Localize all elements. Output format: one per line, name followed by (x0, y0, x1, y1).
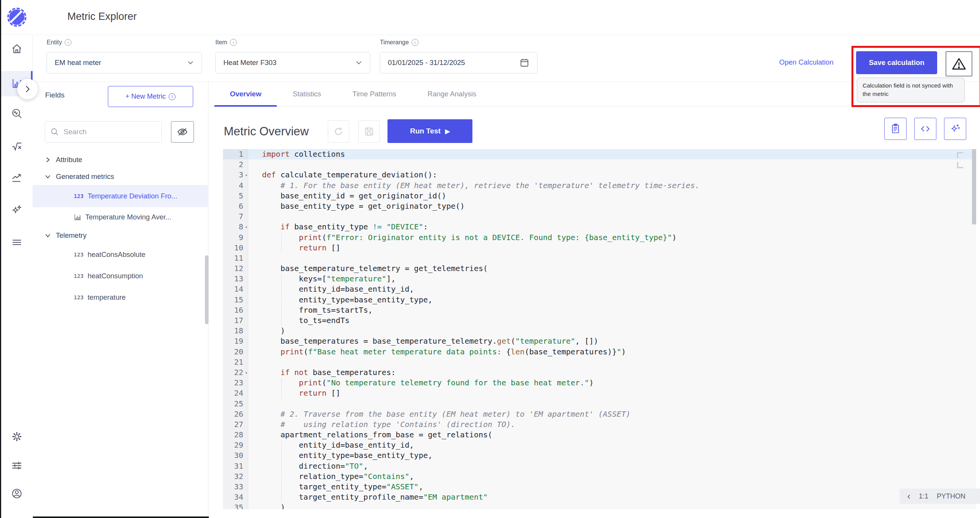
code-line[interactable]: 21 (223, 357, 976, 367)
code-line[interactable]: 29 entity_id=base_entity_id, (223, 440, 976, 450)
tab-range-analysis[interactable]: Range Analysis (412, 82, 492, 106)
code-line[interactable]: 34 target_entity_profile_name="EM apartm… (223, 492, 976, 502)
code-line[interactable]: 20 print(f"Base heat meter temperature d… (223, 347, 976, 357)
code-editor[interactable]: 1import collections23▾def calculate_temp… (223, 149, 976, 509)
ai-generate-button[interactable] (944, 118, 966, 140)
sparkles-icon (11, 205, 23, 216)
tree-group-attribute[interactable]: Attribute (33, 151, 208, 168)
fold-arrow-icon[interactable]: ▾ (245, 222, 247, 232)
tree-item-heatconsabsolute[interactable]: 123 heatConsAbsolute (33, 244, 208, 265)
tree-item-heatconsumption[interactable]: 123 heatConsumption (33, 265, 208, 287)
code-line[interactable]: 30 entity_type=base_entity_type, (223, 450, 976, 461)
tab-statistics[interactable]: Statistics (277, 82, 337, 106)
code-line[interactable]: 7 (223, 211, 976, 222)
line-number: 35 (223, 502, 248, 509)
code-line[interactable]: 23 print("No temperature telemetry found… (223, 378, 976, 388)
info-icon[interactable]: i (412, 39, 418, 46)
hide-fields-button[interactable] (171, 121, 194, 143)
code-line[interactable]: 9 print(f"Error: Originator entity is no… (223, 232, 976, 243)
code-view-button[interactable] (914, 118, 936, 140)
line-number: 1 (223, 149, 248, 159)
code-line[interactable]: 16 from_ts=startTs, (223, 305, 976, 315)
code-line[interactable]: 1import collections (223, 149, 976, 159)
warning-button[interactable] (946, 51, 972, 76)
code-line[interactable]: 17 to_ts=endTs (223, 315, 976, 326)
code-line[interactable]: 35 ) (223, 502, 976, 509)
info-icon[interactable]: i (65, 39, 72, 46)
code-line[interactable]: 25 (223, 399, 976, 409)
sidebar-item-formula[interactable] (1, 136, 33, 157)
code-line[interactable]: 33 target_entity_type="ASSET", (223, 482, 976, 492)
tree-item-label: heatConsumption (88, 272, 143, 280)
code-line[interactable]: 8▾ if base_entity_type != "DEVICE": (223, 222, 976, 232)
sidebar-item-settings[interactable] (1, 426, 33, 447)
tree-group-generated-metrics[interactable]: Generated metrics (33, 168, 208, 185)
code-line[interactable]: 26 # 2. Traverse from the base entity (E… (223, 409, 976, 419)
open-calculation-link[interactable]: Open Calculation (779, 58, 833, 67)
code-line[interactable]: 3▾def calculate_temperature_deviation(): (223, 170, 976, 180)
entity-select[interactable]: EM heat meter (47, 52, 202, 73)
code-line[interactable]: 2 (223, 159, 976, 170)
item-select[interactable]: Heat Meter F303 (215, 52, 370, 73)
tree-item-temperature-moving-average[interactable]: Temperature Moving Aver... (33, 207, 208, 227)
sidebar-item-home[interactable] (1, 38, 33, 60)
fields-search[interactable] (45, 121, 162, 143)
new-metric-button[interactable]: + New Metric i (108, 86, 193, 107)
sidebar-item-profile[interactable] (1, 483, 33, 504)
trend-icon (11, 172, 23, 184)
code-line[interactable]: 27 # using relation type 'Contains' (dir… (223, 419, 976, 430)
refresh-button[interactable] (328, 120, 349, 143)
new-metric-label: + New Metric (125, 93, 166, 101)
code-line[interactable]: 12 base_temperature_telemetry = get_tele… (223, 263, 976, 274)
sidebar-item-preferences[interactable] (1, 455, 33, 476)
tab-overview[interactable]: Overview (214, 82, 277, 106)
code-line[interactable]: 32 relation_type="Contains", (223, 471, 976, 482)
line-number: 30 (223, 450, 248, 461)
code-line[interactable]: 31 direction="TO", (223, 461, 976, 471)
sidebar-item-trends[interactable] (1, 167, 33, 189)
timerange-input[interactable]: 01/01/2025 - 31/12/2025 (380, 52, 537, 73)
code-line[interactable]: 22▾ if not base_temperatures: (223, 367, 976, 378)
editor-scrollbar[interactable] (972, 149, 976, 224)
sidebar-item-anomaly-search[interactable] (1, 103, 33, 125)
tree-item-temperature[interactable]: 123 temperature (33, 287, 208, 308)
code-line[interactable]: 28 apartment_relations_from_base = get_r… (223, 430, 976, 440)
code-line[interactable]: 5 base_entity_id = get_originator_id() (223, 191, 976, 201)
code-line[interactable]: 10 return [] (223, 243, 976, 253)
line-number: 11 (223, 253, 248, 263)
sidebar-item-ai-assist[interactable] (1, 200, 33, 221)
fold-arrow-icon[interactable]: ▾ (245, 170, 247, 180)
tree-item-temperature-deviation[interactable]: 123 Temperature Deviation Fro... (33, 185, 208, 207)
code-line[interactable]: 24 return [] (223, 388, 976, 398)
chevron-left-icon[interactable]: ‹ (907, 492, 910, 501)
search-pulse-icon (11, 108, 23, 120)
code-line[interactable]: 4 # 1. For the base entity (EM heat mete… (223, 180, 976, 191)
run-test-label: Run Test (410, 127, 441, 135)
info-icon[interactable]: i (230, 39, 237, 46)
code-line[interactable]: 18 ) (223, 326, 976, 336)
save-metric-button[interactable] (358, 120, 380, 143)
tree-group-telemetry[interactable]: Telemetry (33, 227, 208, 244)
code-line[interactable]: 14 entity_id=base_entity_id, (223, 284, 976, 294)
fullscreen-icon[interactable] (957, 162, 963, 168)
code-line[interactable]: 11 (223, 253, 976, 263)
tree-scrollbar[interactable] (205, 255, 208, 324)
tree-group-label: Attribute (56, 156, 82, 164)
code-line[interactable]: 13 keys=["temperature"], (223, 274, 976, 284)
line-number: 34 (223, 492, 248, 502)
sidebar-expand-button[interactable] (17, 79, 38, 99)
app-logo[interactable] (1, 5, 33, 29)
fold-arrow-icon[interactable]: ▾ (245, 368, 247, 378)
chevron-down-icon (45, 232, 51, 239)
tab-time-patterns[interactable]: Time Patterns (337, 82, 412, 106)
code-line[interactable]: 19 base_temperatures = base_temperature_… (223, 336, 976, 346)
search-input[interactable] (63, 127, 156, 136)
copy-code-button[interactable] (884, 118, 907, 140)
fullscreen-icon[interactable] (957, 152, 963, 158)
code-line[interactable]: 15 entity_type=base_entity_type, (223, 295, 976, 305)
code-line[interactable]: 6 base_entity_type = get_originator_type… (223, 201, 976, 211)
save-calculation-button[interactable]: Save calculation (856, 51, 937, 74)
run-test-button[interactable]: Run Test ▶ (387, 119, 472, 143)
sidebar-item-menu[interactable] (1, 232, 33, 253)
profile-icon (11, 488, 23, 499)
